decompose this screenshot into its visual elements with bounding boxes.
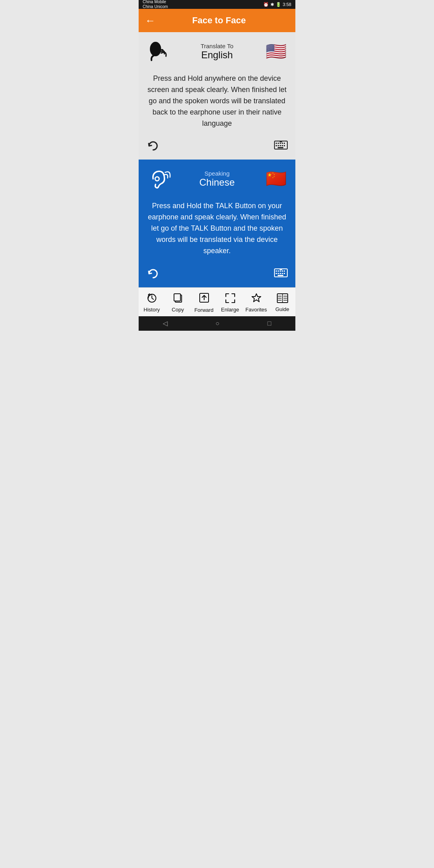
svg-rect-4 [280,143,281,144]
bottom-lang-row: Speaking Chinese 🇨🇳 [145,166,289,192]
svg-rect-25 [284,273,285,274]
status-right: ⏰ ✱ 🔋 3:58 [263,2,291,7]
clock-icon: ⏰ [263,2,269,7]
top-language-center: Translate To English [171,43,263,61]
home-nav-icon[interactable]: ○ [215,320,219,327]
top-refresh-button[interactable] [145,138,161,154]
bottom-language-name: Chinese [171,177,263,188]
bottom-instruction[interactable]: Press and Hold the TALK Button on your e… [145,197,289,262]
svg-rect-6 [284,143,285,144]
back-button[interactable]: ← [145,15,156,26]
top-panel-icons [145,135,289,156]
top-keyboard-button[interactable] [273,138,289,154]
back-nav-icon[interactable]: ◁ [163,319,168,327]
svg-rect-12 [278,147,283,148]
status-bar: China Mobile China Unicom ⏰ ✱ 🔋 3:58 [139,0,295,9]
bottom-panel-icons [145,262,289,283]
nav-item-copy[interactable]: Copy [165,293,191,313]
svg-rect-22 [278,273,279,274]
svg-point-14 [155,177,159,181]
svg-rect-16 [276,270,277,272]
history-label: History [143,307,160,313]
top-flag[interactable]: 🇺🇸 [263,39,289,64]
top-translate-panel: Translate To English 🇺🇸 Press and Hold a… [139,32,295,160]
svg-rect-3 [278,143,279,144]
time-display: 3:58 [283,2,291,7]
svg-rect-2 [276,143,277,144]
nav-item-guide[interactable]: Guide [269,293,295,312]
recents-nav-icon[interactable]: □ [268,320,272,327]
svg-rect-19 [282,270,283,272]
svg-rect-30 [174,294,180,301]
favorites-label: Favorites [246,307,267,313]
page-title: Face to Face [160,15,278,26]
top-instruction[interactable]: Press and Hold anywhere on the device sc… [145,69,289,135]
copy-icon [173,293,183,305]
bottom-navigation: History Copy Forward [139,287,295,316]
earphone-icon [145,166,171,192]
forward-icon [199,293,209,305]
bluetooth-icon: ✱ [270,2,274,7]
svg-marker-33 [252,294,261,302]
top-lang-row: Translate To English 🇺🇸 [145,39,289,64]
bottom-flag[interactable]: 🇨🇳 [263,166,289,192]
battery-icon: 🔋 [276,2,281,7]
android-nav-bar: ◁ ○ □ [139,316,295,331]
svg-rect-17 [278,270,279,272]
svg-rect-21 [276,273,277,274]
speaking-label: Speaking [171,170,263,177]
svg-rect-18 [280,270,281,272]
nav-item-favorites[interactable]: Favorites [243,293,269,313]
nav-item-history[interactable]: History [139,293,165,313]
enlarge-icon [225,293,235,305]
svg-rect-9 [280,145,281,146]
favorites-icon [251,293,262,305]
nav-item-forward[interactable]: Forward [191,293,217,313]
translate-to-label: Translate To [171,43,263,49]
enlarge-label: Enlarge [221,307,239,313]
app-header: ← Face to Face [139,9,295,32]
forward-label: Forward [194,307,214,313]
svg-rect-10 [282,145,283,146]
nav-item-enlarge[interactable]: Enlarge [217,293,243,313]
bottom-language-center: Speaking Chinese [171,170,263,188]
guide-label: Guide [275,306,289,312]
bottom-speaking-panel: Speaking Chinese 🇨🇳 Press and Hold the T… [139,160,295,287]
carrier-info: China Mobile China Unicom [143,0,168,9]
svg-rect-7 [276,145,277,146]
bottom-refresh-button[interactable] [145,266,161,282]
guide-icon [277,293,288,305]
speaker-icon [145,39,171,64]
svg-rect-24 [282,273,283,274]
svg-rect-23 [280,273,281,274]
history-icon [147,293,157,305]
svg-rect-11 [284,145,285,146]
svg-rect-20 [284,270,285,272]
bottom-keyboard-button[interactable] [273,266,289,282]
top-language-name: English [171,49,263,61]
copy-label: Copy [172,307,184,313]
svg-rect-26 [278,275,283,276]
svg-rect-5 [282,143,283,144]
svg-rect-8 [278,145,279,146]
